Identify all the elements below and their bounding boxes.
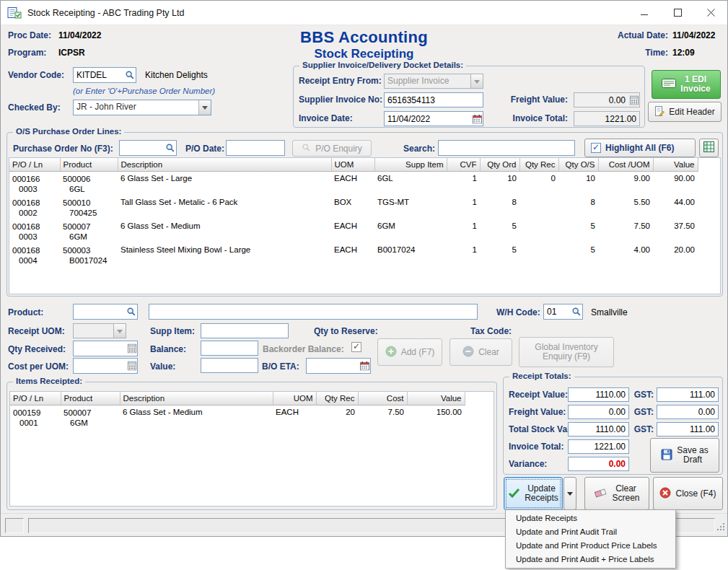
maximize-button[interactable] (661, 1, 694, 25)
update-receipts-button[interactable]: Update Receipts (504, 477, 563, 510)
column-header: P/O / Ln (9, 158, 60, 171)
update-receipts-dropdown-button[interactable] (563, 477, 576, 510)
value-label: Value: (150, 361, 175, 372)
freight-gst-input[interactable] (657, 405, 719, 419)
cell-product: 5000066GL (60, 171, 118, 196)
supplier-invoice-no-input[interactable] (384, 92, 483, 108)
purchase-order-no-field (119, 140, 177, 156)
freight-gst-field (657, 405, 719, 419)
resize-grip[interactable] (716, 522, 726, 535)
chevron-down-icon (113, 324, 126, 338)
cell-qty-ord: 5 (480, 243, 519, 267)
calendar-icon[interactable] (360, 361, 369, 371)
receipt-gst-label: GST: (632, 390, 654, 400)
highlight-all-button[interactable]: Highlight All (F6) (584, 139, 696, 157)
receipt-gst-input[interactable] (657, 387, 719, 402)
clear-button[interactable]: Clear (449, 338, 512, 366)
cell-uom: EACH (273, 405, 316, 429)
column-header: Description (118, 158, 331, 171)
column-header: Supp Item (374, 158, 447, 171)
po-date-input[interactable] (226, 140, 285, 156)
cell-cvf: 1 (447, 196, 480, 219)
po-line-row[interactable]: 0001680002 500010700425 Tall Glass Set -… (9, 196, 720, 219)
value-field (201, 358, 258, 373)
checked-by-select[interactable]: JR - John River (73, 100, 211, 115)
cell-qty-os: 5 (558, 219, 598, 243)
po-line-row[interactable]: 0001680004 500003B0017024 Stainless Stee… (9, 243, 720, 267)
receipt-value-input[interactable] (568, 387, 629, 402)
receipt-uom-select[interactable] (73, 323, 126, 338)
product-description-input[interactable] (149, 304, 478, 320)
product-description-field (149, 304, 478, 320)
close-form-button[interactable]: Close (F4) (653, 477, 723, 510)
po-lines-groupbox: O/S Purchase Order Lines: Purchase Order… (6, 132, 723, 297)
invoice-date-field (384, 111, 483, 126)
search-input[interactable] (438, 140, 575, 156)
export-spreadsheet-button[interactable] (699, 139, 719, 157)
calculator-icon (128, 344, 136, 354)
global-inventory-enquiry-button[interactable]: Global Inventory Enquiry (F9) (519, 337, 614, 367)
total-stock-input[interactable] (568, 422, 629, 437)
receipt-uom-label: Receipt UOM: (8, 326, 65, 336)
items-table-header-row: P/O / LnProductDescriptionUOMQty RecCost… (10, 392, 494, 405)
qty-to-reserve-label: Qty to Reserve: (314, 326, 378, 336)
po-entry-hint: (or Enter 'O'+Purchase Order Number) (73, 87, 215, 95)
status-cell-left (5, 518, 24, 533)
po-line-row[interactable]: 0001660003 5000066GL 6 Glass Set - Large… (9, 171, 720, 196)
balance-input[interactable] (201, 341, 258, 356)
edi-invoice-button[interactable]: 1 EDI Invoice (652, 70, 721, 99)
column-header: Value (407, 392, 465, 405)
cell-po-ln: 0001680002 (9, 196, 60, 219)
cell-value: 37.50 (653, 219, 698, 243)
calendar-icon[interactable] (473, 114, 482, 123)
invoice-total-input[interactable] (574, 111, 640, 126)
total-stock-gst-input[interactable] (657, 422, 719, 437)
items-receipted-title: Items Receipted: (13, 377, 85, 385)
context-menu-item[interactable]: Update and Print Audit Trail (506, 525, 675, 539)
receipt-entry-from-select[interactable]: Supplier Invoice (384, 74, 483, 89)
invoice-total-sum-input[interactable] (568, 439, 629, 454)
context-menu-item[interactable]: Update Receipts (506, 512, 675, 525)
invoice-date-input[interactable] (384, 111, 483, 126)
minimize-button[interactable] (628, 1, 661, 25)
invoice-date-label: Invoice Date: (299, 113, 353, 123)
column-header: Value (653, 158, 698, 171)
receipt-entry-from-value: Supplier Invoice (385, 74, 470, 88)
po-lines-table-container: P/O / LnProductDescriptionUOMSupp ItemCV… (9, 157, 721, 294)
freight-value-field (574, 92, 640, 108)
value-input[interactable] (201, 358, 258, 373)
freight-total-input[interactable] (568, 405, 629, 419)
po-date-label: P/O Date: (185, 144, 224, 154)
context-menu-item[interactable]: Update and Print Audit + Price Labels (506, 553, 675, 566)
column-header: UOM (331, 158, 374, 171)
items-receipted-table-container: P/O / LnProductDescriptionUOMQty RecCost… (9, 391, 494, 507)
magnifier-icon[interactable] (165, 143, 175, 153)
edit-header-button[interactable]: Edit Header (648, 102, 722, 122)
clear-screen-button[interactable]: Clear Screen (584, 477, 649, 510)
column-header: UOM (273, 392, 316, 405)
context-menu-item[interactable]: Update and Print Product Price Labels (506, 539, 675, 553)
column-header: Qty Rec (316, 392, 358, 405)
magnifier-icon[interactable] (125, 70, 135, 80)
save-as-draft-button[interactable]: Save as Draft (650, 438, 719, 473)
supplier-groupbox-title: Supplier Invoice/Delivery Docket Details… (299, 61, 466, 69)
wh-code-label: W/H Code: (496, 307, 540, 317)
cell-supp-item: 6GM (374, 219, 447, 243)
magnifier-icon[interactable] (126, 307, 136, 317)
cell-value: 20.00 (653, 243, 698, 267)
column-header: Qty Rec (519, 158, 558, 171)
wh-name: Smallville (591, 307, 628, 317)
po-line-row[interactable]: 0001680003 5000076GM 6 Glass Set - Mediu… (9, 219, 720, 243)
close-window-button[interactable] (694, 1, 727, 25)
backorder-balance-checkbox[interactable] (351, 342, 361, 352)
magnifier-icon[interactable] (571, 307, 582, 317)
po-lines-groupbox-title: O/S Purchase Order Lines: (13, 127, 124, 136)
cell-cost-uom: 4.00 (598, 243, 653, 267)
add-button[interactable]: Add (F7) (377, 338, 442, 366)
highlight-all-checkbox[interactable] (591, 143, 601, 153)
po-enquiry-button[interactable]: P/O Enquiry (292, 140, 372, 157)
variance-input[interactable] (568, 457, 629, 471)
receipted-item-row[interactable]: 0001590001 5000076GM 6 Glass Set - Mediu… (10, 405, 494, 429)
supp-item-input[interactable] (201, 323, 289, 338)
cell-product: 500010700425 (60, 196, 118, 219)
